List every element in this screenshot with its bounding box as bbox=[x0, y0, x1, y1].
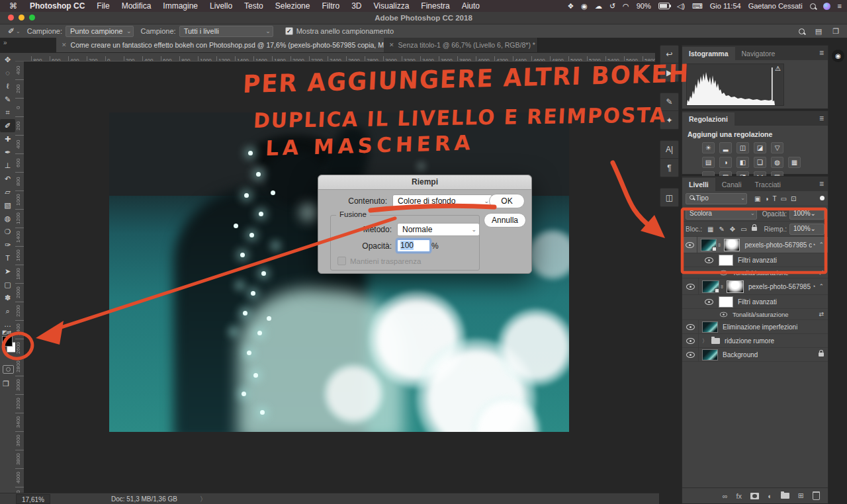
canvas-area[interactable] bbox=[24, 62, 655, 493]
lasso-tool[interactable]: ℓ bbox=[0, 79, 15, 93]
screen-mode-button[interactable]: ❐ bbox=[3, 380, 9, 388]
menu-visualizza[interactable]: Visualizza bbox=[368, 0, 416, 12]
lock-all-icon[interactable] bbox=[752, 227, 757, 231]
wifi-icon[interactable]: ◠ bbox=[623, 2, 629, 11]
filter-mask-thumbnail[interactable] bbox=[719, 255, 733, 266]
delete-layer-icon[interactable] bbox=[813, 491, 820, 500]
tab-tracciati[interactable]: Tracciati bbox=[748, 178, 787, 191]
new-adjustment-layer-icon[interactable]: ◐ bbox=[768, 492, 772, 500]
layer-thumbnail[interactable] bbox=[701, 239, 717, 251]
layer-fill-value[interactable]: 100%⌄ bbox=[789, 224, 825, 235]
notification-center-icon[interactable]: ≡ bbox=[838, 2, 842, 10]
layer-filter-toggle[interactable] bbox=[820, 196, 825, 200]
spot-healing-tool[interactable]: ✚ bbox=[0, 132, 15, 146]
volume-icon[interactable]: ◁) bbox=[677, 2, 685, 11]
opacity-input[interactable]: 100 bbox=[397, 239, 430, 252]
preserve-transparency-checkbox[interactable]: Mantieni trasparenza bbox=[337, 257, 421, 265]
brush-settings-panel-icon[interactable]: ✎ bbox=[660, 93, 678, 111]
visibility-eye-icon[interactable] bbox=[686, 284, 695, 290]
smart-filter-clip-icon[interactable]: ◔ bbox=[812, 241, 815, 248]
blend-mode-select[interactable]: Scolora⌄ bbox=[686, 208, 757, 220]
histogram-warning-icon[interactable]: ⚠ bbox=[775, 65, 781, 72]
character-panel-icon[interactable]: A| bbox=[660, 141, 678, 159]
layer-opacity-value[interactable]: 100%⌄ bbox=[789, 208, 825, 220]
user-name[interactable]: Gaetano Cessati bbox=[748, 2, 803, 10]
workspace-switch-icon[interactable]: ❐ bbox=[832, 27, 839, 36]
layer-mask-thumbnail[interactable] bbox=[727, 280, 744, 293]
lock-transparency-icon[interactable]: ▦ bbox=[707, 226, 713, 233]
sample-layers-select[interactable]: Tutti i livelli⌄ bbox=[179, 26, 273, 37]
marquee-tool[interactable]: ◌ bbox=[0, 66, 15, 79]
lock-pixels-icon[interactable]: ✎ bbox=[719, 226, 724, 233]
menu-modifica[interactable]: Modifica bbox=[116, 0, 157, 12]
layer-row[interactable]: Background bbox=[682, 348, 828, 362]
toolbar-collapse-icon[interactable]: » bbox=[3, 39, 7, 46]
menu-clock[interactable]: Gio 11:54 bbox=[710, 2, 741, 10]
layer-style-fx-icon[interactable]: fx bbox=[736, 492, 742, 500]
tab-document-2[interactable]: ✕ Senza titolo-1 @ 66,7% (Livello 6, RGB… bbox=[384, 38, 538, 52]
creative-cloud-app-icon[interactable]: ◉ bbox=[832, 50, 844, 62]
cancel-button[interactable]: Annulla bbox=[484, 213, 526, 228]
blur-tool[interactable]: ◍ bbox=[0, 212, 15, 225]
channel-mixer-adjustment-icon[interactable]: ◍ bbox=[771, 157, 783, 168]
time-machine-icon[interactable]: ↺ bbox=[609, 2, 615, 11]
layer-name[interactable]: riduzione rumore bbox=[725, 337, 774, 345]
show-ring-checkbox[interactable]: ✓ Mostra anello campionamento bbox=[285, 27, 394, 35]
tab-canali[interactable]: Canali bbox=[715, 178, 748, 191]
visibility-eye-icon[interactable] bbox=[705, 257, 713, 263]
battery-icon[interactable] bbox=[658, 3, 670, 9]
brightness-contrast-adjustment-icon[interactable]: ☀ bbox=[702, 142, 715, 153]
layer-group-row[interactable]: 〉 riduzione rumore bbox=[682, 334, 828, 348]
shape-tool[interactable]: ▢ bbox=[0, 278, 15, 291]
menu-3d[interactable]: 3D bbox=[345, 0, 367, 12]
filter-mask-thumbnail[interactable] bbox=[719, 296, 733, 308]
history-panel-icon[interactable]: ↩ bbox=[660, 46, 678, 63]
zoom-tool[interactable]: ⌕ bbox=[0, 304, 15, 317]
history-brush-tool[interactable]: ↶ bbox=[0, 172, 15, 185]
visibility-eye-icon[interactable] bbox=[686, 338, 695, 344]
menu-selezione[interactable]: Selezione bbox=[269, 0, 316, 12]
layer-filter-select[interactable]: Tipo⌄ bbox=[686, 193, 747, 204]
visibility-eye-icon[interactable] bbox=[720, 312, 727, 317]
filter-options-icon[interactable]: ⇄ bbox=[819, 311, 824, 317]
filter-pixel-layers-icon[interactable]: ▣ bbox=[754, 195, 760, 202]
default-swap-colors-icon[interactable]: ◩⇄ bbox=[2, 329, 11, 335]
path-selection-tool[interactable]: ➤ bbox=[0, 265, 15, 278]
color-lookup-adjustment-icon[interactable]: ▦ bbox=[788, 157, 801, 168]
crop-tool[interactable]: ⌗ bbox=[0, 106, 15, 119]
panel-menu-icon[interactable]: ≡ bbox=[819, 48, 824, 58]
close-tab-icon[interactable]: ✕ bbox=[62, 42, 67, 48]
status-options-chevron[interactable]: 〉 bbox=[200, 495, 206, 504]
smart-filters-row[interactable]: Filtri avanzati bbox=[682, 295, 828, 309]
cloud-sync-icon[interactable]: ☁ bbox=[595, 2, 602, 11]
eraser-tool[interactable]: ▱ bbox=[0, 185, 15, 198]
smart-filter-name[interactable]: Tonalità/saturazione bbox=[733, 269, 789, 276]
menu-finestra[interactable]: Finestra bbox=[415, 0, 455, 12]
layer-comps-panel-icon[interactable]: ◫ bbox=[660, 189, 678, 206]
dodge-tool[interactable]: ❍ bbox=[0, 225, 15, 238]
quick-mask-button[interactable] bbox=[3, 365, 14, 374]
layer-row[interactable]: Eliminazione imperfezioni bbox=[682, 320, 828, 334]
tab-regolazioni[interactable]: Regolazioni bbox=[682, 112, 735, 126]
tool-preset-chevron[interactable]: ⌄ bbox=[16, 28, 21, 34]
layer-name[interactable]: Background bbox=[723, 351, 758, 358]
move-tool[interactable]: ✥ bbox=[0, 53, 15, 66]
brushes-panel-icon[interactable]: ✦ bbox=[660, 111, 678, 129]
visibility-eye-icon[interactable] bbox=[686, 352, 695, 358]
panel-menu-icon[interactable]: ≡ bbox=[819, 179, 824, 189]
creative-cloud-icon[interactable]: ◉ bbox=[581, 2, 588, 11]
layer-thumbnail[interactable] bbox=[702, 321, 718, 333]
filter-smart-objects-icon[interactable]: ⊡ bbox=[791, 195, 796, 202]
workspace-panel-icon[interactable]: ▤ bbox=[815, 27, 822, 36]
smart-filters-row[interactable]: Filtri avanzati bbox=[682, 253, 828, 267]
visibility-eye-icon[interactable] bbox=[705, 299, 713, 305]
pen-tool[interactable]: ✑ bbox=[0, 238, 15, 251]
layer-name[interactable]: Eliminazione imperfezioni bbox=[723, 323, 797, 331]
filter-type-layers-icon[interactable]: T bbox=[773, 195, 777, 202]
mask-link-icon[interactable]: ∞ bbox=[720, 285, 725, 288]
sample-size-select[interactable]: Punto campione⌄ bbox=[66, 26, 134, 37]
lock-artboard-icon[interactable]: ▭ bbox=[740, 226, 746, 233]
curves-adjustment-icon[interactable]: ◫ bbox=[736, 142, 749, 153]
more-tools[interactable]: … bbox=[0, 317, 15, 331]
new-group-icon[interactable] bbox=[781, 493, 789, 499]
